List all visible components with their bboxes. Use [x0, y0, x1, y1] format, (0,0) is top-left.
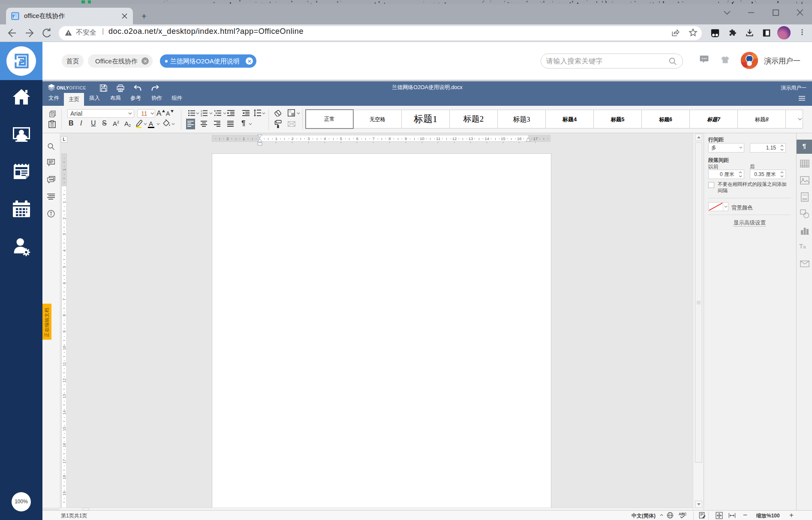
svg-text:3: 3 [201, 114, 202, 117]
